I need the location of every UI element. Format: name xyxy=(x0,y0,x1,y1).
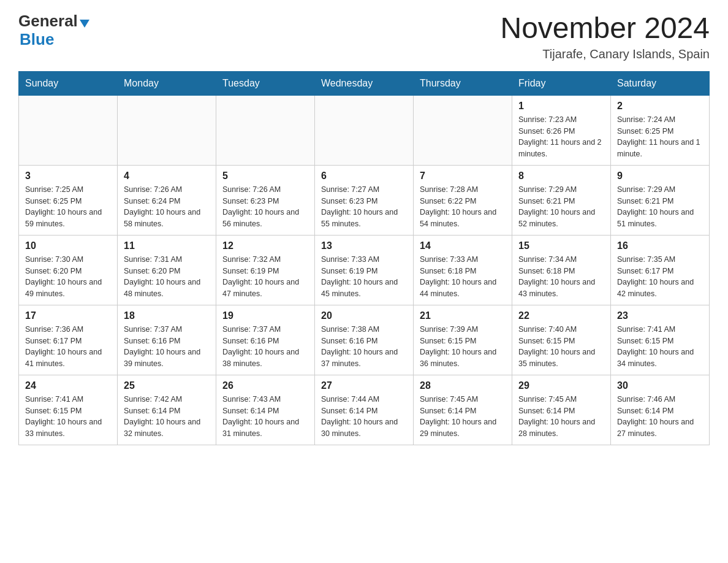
day-number: 9 xyxy=(617,170,703,182)
calendar-cell: 28Sunrise: 7:45 AMSunset: 6:14 PMDayligh… xyxy=(414,375,512,445)
day-number: 6 xyxy=(321,170,407,182)
location-subtitle: Tijarafe, Canary Islands, Spain xyxy=(500,47,710,61)
logo: General Blue xyxy=(18,12,89,49)
day-number: 4 xyxy=(124,170,210,182)
day-number: 18 xyxy=(124,310,210,321)
weekday-header-wednesday: Wednesday xyxy=(315,71,414,95)
calendar-cell: 15Sunrise: 7:34 AMSunset: 6:18 PMDayligh… xyxy=(512,235,611,305)
calendar-week-4: 17Sunrise: 7:36 AMSunset: 6:17 PMDayligh… xyxy=(19,305,710,375)
day-number: 12 xyxy=(222,240,308,251)
day-number: 27 xyxy=(321,380,407,391)
day-info: Sunrise: 7:34 AMSunset: 6:18 PMDaylight:… xyxy=(518,254,604,300)
day-number: 21 xyxy=(420,310,506,321)
calendar-cell xyxy=(414,95,512,165)
day-info: Sunrise: 7:36 AMSunset: 6:17 PMDaylight:… xyxy=(25,324,111,370)
calendar-cell xyxy=(118,95,216,165)
calendar-cell: 30Sunrise: 7:46 AMSunset: 6:14 PMDayligh… xyxy=(611,375,710,445)
title-area: November 2024 Tijarafe, Canary Islands, … xyxy=(500,12,710,61)
calendar-cell: 19Sunrise: 7:37 AMSunset: 6:16 PMDayligh… xyxy=(216,305,315,375)
day-info: Sunrise: 7:40 AMSunset: 6:15 PMDaylight:… xyxy=(518,324,604,370)
day-number: 3 xyxy=(25,170,111,182)
calendar-week-3: 10Sunrise: 7:30 AMSunset: 6:20 PMDayligh… xyxy=(19,235,710,305)
day-number: 13 xyxy=(321,240,407,251)
day-info: Sunrise: 7:42 AMSunset: 6:14 PMDaylight:… xyxy=(124,394,210,440)
day-info: Sunrise: 7:38 AMSunset: 6:16 PMDaylight:… xyxy=(321,324,407,370)
day-info: Sunrise: 7:28 AMSunset: 6:22 PMDaylight:… xyxy=(420,184,506,230)
weekday-header-saturday: Saturday xyxy=(611,71,710,95)
day-number: 29 xyxy=(518,380,604,391)
day-info: Sunrise: 7:29 AMSunset: 6:21 PMDaylight:… xyxy=(617,184,703,230)
weekday-header-tuesday: Tuesday xyxy=(216,71,315,95)
calendar-cell: 2Sunrise: 7:24 AMSunset: 6:25 PMDaylight… xyxy=(611,95,710,165)
weekday-header-friday: Friday xyxy=(512,71,611,95)
calendar-cell: 25Sunrise: 7:42 AMSunset: 6:14 PMDayligh… xyxy=(118,375,216,445)
logo-triangle-icon xyxy=(80,20,89,28)
calendar-week-2: 3Sunrise: 7:25 AMSunset: 6:25 PMDaylight… xyxy=(19,165,710,235)
day-info: Sunrise: 7:33 AMSunset: 6:18 PMDaylight:… xyxy=(420,254,506,300)
day-number: 2 xyxy=(617,101,703,112)
day-number: 17 xyxy=(25,310,111,321)
day-info: Sunrise: 7:45 AMSunset: 6:14 PMDaylight:… xyxy=(420,394,506,440)
day-info: Sunrise: 7:43 AMSunset: 6:14 PMDaylight:… xyxy=(222,394,308,440)
day-number: 7 xyxy=(420,170,506,182)
calendar-cell: 8Sunrise: 7:29 AMSunset: 6:21 PMDaylight… xyxy=(512,165,611,235)
calendar-cell: 27Sunrise: 7:44 AMSunset: 6:14 PMDayligh… xyxy=(315,375,414,445)
calendar-cell: 9Sunrise: 7:29 AMSunset: 6:21 PMDaylight… xyxy=(611,165,710,235)
day-info: Sunrise: 7:44 AMSunset: 6:14 PMDaylight:… xyxy=(321,394,407,440)
calendar-cell: 3Sunrise: 7:25 AMSunset: 6:25 PMDaylight… xyxy=(19,165,118,235)
calendar-cell: 7Sunrise: 7:28 AMSunset: 6:22 PMDaylight… xyxy=(414,165,512,235)
day-info: Sunrise: 7:26 AMSunset: 6:24 PMDaylight:… xyxy=(124,184,210,230)
logo-blue: Blue xyxy=(20,30,54,49)
calendar-cell: 18Sunrise: 7:37 AMSunset: 6:16 PMDayligh… xyxy=(118,305,216,375)
calendar-cell: 4Sunrise: 7:26 AMSunset: 6:24 PMDaylight… xyxy=(118,165,216,235)
day-info: Sunrise: 7:25 AMSunset: 6:25 PMDaylight:… xyxy=(25,184,111,230)
day-number: 11 xyxy=(124,240,210,251)
calendar-cell: 13Sunrise: 7:33 AMSunset: 6:19 PMDayligh… xyxy=(315,235,414,305)
weekday-header-monday: Monday xyxy=(118,71,216,95)
calendar-cell: 26Sunrise: 7:43 AMSunset: 6:14 PMDayligh… xyxy=(216,375,315,445)
calendar-week-5: 24Sunrise: 7:41 AMSunset: 6:15 PMDayligh… xyxy=(19,375,710,445)
calendar-cell: 10Sunrise: 7:30 AMSunset: 6:20 PMDayligh… xyxy=(19,235,118,305)
day-number: 8 xyxy=(518,170,604,182)
calendar-cell: 21Sunrise: 7:39 AMSunset: 6:15 PMDayligh… xyxy=(414,305,512,375)
day-info: Sunrise: 7:37 AMSunset: 6:16 PMDaylight:… xyxy=(124,324,210,370)
calendar-cell: 16Sunrise: 7:35 AMSunset: 6:17 PMDayligh… xyxy=(611,235,710,305)
calendar-cell: 24Sunrise: 7:41 AMSunset: 6:15 PMDayligh… xyxy=(19,375,118,445)
calendar-cell: 17Sunrise: 7:36 AMSunset: 6:17 PMDayligh… xyxy=(19,305,118,375)
day-info: Sunrise: 7:27 AMSunset: 6:23 PMDaylight:… xyxy=(321,184,407,230)
calendar-cell: 20Sunrise: 7:38 AMSunset: 6:16 PMDayligh… xyxy=(315,305,414,375)
logo-general: General xyxy=(18,12,78,30)
calendar-cell: 14Sunrise: 7:33 AMSunset: 6:18 PMDayligh… xyxy=(414,235,512,305)
calendar-cell xyxy=(315,95,414,165)
day-number: 10 xyxy=(25,240,111,251)
calendar-cell: 23Sunrise: 7:41 AMSunset: 6:15 PMDayligh… xyxy=(611,305,710,375)
day-number: 30 xyxy=(617,380,703,391)
day-info: Sunrise: 7:45 AMSunset: 6:14 PMDaylight:… xyxy=(518,394,604,440)
day-info: Sunrise: 7:24 AMSunset: 6:25 PMDaylight:… xyxy=(617,114,703,160)
day-info: Sunrise: 7:41 AMSunset: 6:15 PMDaylight:… xyxy=(25,394,111,440)
calendar-cell: 5Sunrise: 7:26 AMSunset: 6:23 PMDaylight… xyxy=(216,165,315,235)
calendar-cell xyxy=(216,95,315,165)
calendar-week-1: 1Sunrise: 7:23 AMSunset: 6:26 PMDaylight… xyxy=(19,95,710,165)
page-header: General Blue November 2024 Tijarafe, Can… xyxy=(18,12,710,61)
day-number: 5 xyxy=(222,170,308,182)
calendar-table: SundayMondayTuesdayWednesdayThursdayFrid… xyxy=(18,71,710,445)
day-info: Sunrise: 7:46 AMSunset: 6:14 PMDaylight:… xyxy=(617,394,703,440)
day-info: Sunrise: 7:39 AMSunset: 6:15 PMDaylight:… xyxy=(420,324,506,370)
day-number: 28 xyxy=(420,380,506,391)
day-info: Sunrise: 7:33 AMSunset: 6:19 PMDaylight:… xyxy=(321,254,407,300)
day-number: 26 xyxy=(222,380,308,391)
day-number: 23 xyxy=(617,310,703,321)
day-number: 15 xyxy=(518,240,604,251)
day-number: 16 xyxy=(617,240,703,251)
calendar-cell: 22Sunrise: 7:40 AMSunset: 6:15 PMDayligh… xyxy=(512,305,611,375)
calendar-cell xyxy=(19,95,118,165)
calendar-cell: 6Sunrise: 7:27 AMSunset: 6:23 PMDaylight… xyxy=(315,165,414,235)
month-title: November 2024 xyxy=(500,12,710,45)
day-info: Sunrise: 7:32 AMSunset: 6:19 PMDaylight:… xyxy=(222,254,308,300)
calendar-header-row: SundayMondayTuesdayWednesdayThursdayFrid… xyxy=(19,71,710,95)
calendar-cell: 1Sunrise: 7:23 AMSunset: 6:26 PMDaylight… xyxy=(512,95,611,165)
day-info: Sunrise: 7:41 AMSunset: 6:15 PMDaylight:… xyxy=(617,324,703,370)
day-info: Sunrise: 7:23 AMSunset: 6:26 PMDaylight:… xyxy=(518,114,604,160)
day-number: 19 xyxy=(222,310,308,321)
